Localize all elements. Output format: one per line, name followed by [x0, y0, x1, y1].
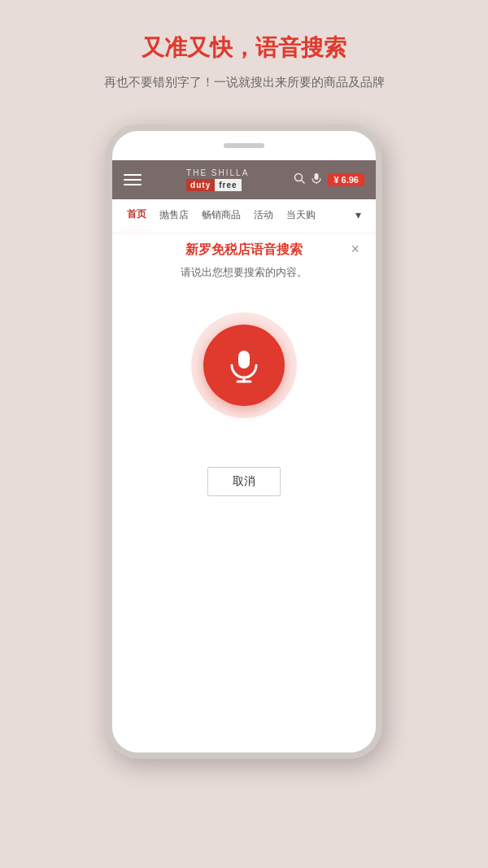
mic-icon-header[interactable] — [312, 172, 321, 186]
voice-title: 新罗免税店语音搜索 — [185, 242, 303, 259]
svg-rect-2 — [315, 173, 319, 180]
logo-duty: duty — [186, 179, 215, 191]
hamburger-menu[interactable] — [124, 174, 142, 185]
mic-button-container — [191, 312, 297, 418]
header-right-controls: ¥ 6.96 — [294, 172, 364, 186]
hamburger-line-1 — [124, 174, 142, 176]
voice-header: 新罗免税店语音搜索 × — [129, 242, 359, 259]
logo-duty-free-container: duty free — [186, 179, 249, 191]
svg-line-1 — [302, 181, 305, 184]
voice-search-overlay: 新罗免税店语音搜索 × 请说出您想要搜索的内容。 — [112, 225, 376, 752]
currency-badge: ¥ 6.96 — [328, 173, 364, 186]
voice-title-part1: 新罗免税店 — [185, 242, 251, 256]
main-title-part1: 又准又快， — [142, 35, 255, 60]
subtitle: 再也不要错别字了！一说就搜出来所要的商品及品牌 — [33, 73, 455, 92]
voice-title-part2: 语音搜索 — [251, 242, 303, 256]
main-title-part2: 语音搜索 — [255, 35, 346, 60]
mic-button-icon — [226, 347, 262, 383]
cancel-button[interactable]: 取消 — [207, 467, 281, 496]
nav-more-icon[interactable]: ▾ — [349, 202, 368, 228]
voice-overlay-inner: 新罗免税店语音搜索 × 请说出您想要搜索的内容。 — [129, 242, 359, 496]
app-screen: THE SHILLA duty free — [112, 160, 376, 752]
main-title: 又准又快，语音搜索 — [33, 33, 455, 63]
top-section: 又准又快，语音搜索 再也不要错别字了！一说就搜出来所要的商品及品牌 — [0, 0, 488, 108]
voice-subtitle: 请说出您想要搜索的内容。 — [181, 265, 307, 280]
logo-brand-name: THE SHILLA — [186, 168, 249, 177]
phone-frame: THE SHILLA duty free — [106, 124, 382, 759]
svg-rect-4 — [238, 351, 250, 369]
close-button[interactable]: × — [351, 242, 359, 256]
mic-button[interactable] — [203, 325, 285, 406]
brand-logo: THE SHILLA duty free — [186, 168, 249, 191]
hamburger-line-3 — [124, 184, 142, 185]
search-icon[interactable] — [294, 172, 305, 186]
app-header: THE SHILLA duty free — [112, 160, 376, 199]
phone-wrapper: THE SHILLA duty free — [0, 108, 488, 759]
hamburger-line-2 — [124, 179, 142, 181]
logo-free: free — [215, 179, 241, 191]
phone-speaker — [224, 143, 264, 148]
phone-top-bar — [112, 131, 376, 160]
